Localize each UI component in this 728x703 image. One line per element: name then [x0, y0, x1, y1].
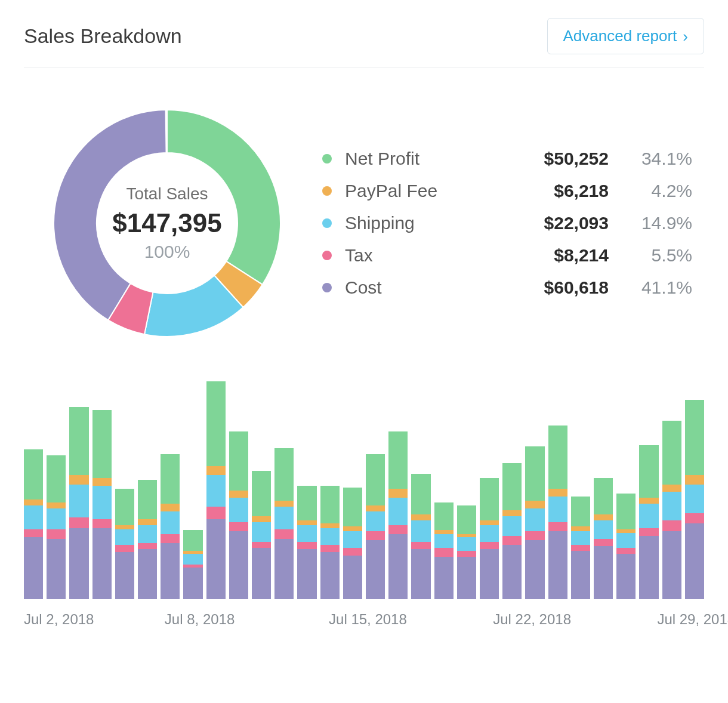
bar-segment-cost — [274, 539, 294, 599]
bar-column[interactable] — [366, 372, 385, 599]
bar-column[interactable] — [206, 372, 226, 599]
bar-segment-net-profit — [525, 446, 544, 501]
bar-segment-cost — [343, 556, 362, 599]
bar-segment-cost — [69, 528, 88, 599]
bar-column[interactable] — [685, 372, 704, 599]
bar-segment-tax — [388, 525, 408, 534]
legend-row-tax[interactable]: Tax$8,2145.5% — [322, 239, 692, 272]
bar-column[interactable] — [47, 372, 66, 599]
bar-segment-paypal-fee — [92, 478, 112, 486]
bar-segment-paypal-fee — [274, 501, 294, 507]
legend-row-shipping[interactable]: Shipping$22,09314.9% — [322, 207, 692, 239]
bar-segment-shipping — [480, 525, 499, 542]
legend-dot-icon — [322, 251, 332, 260]
bar-column[interactable] — [662, 372, 681, 599]
legend-name: Tax — [345, 245, 495, 266]
bar-column[interactable] — [92, 372, 112, 599]
bar-column[interactable] — [525, 372, 544, 599]
donut-slice-cost — [54, 110, 166, 320]
bar-segment-shipping — [320, 528, 340, 545]
legend-row-net-profit[interactable]: Net Profit$50,25234.1% — [322, 143, 692, 175]
bar-column[interactable] — [548, 372, 567, 599]
legend-name: Cost — [345, 278, 495, 298]
bar-column[interactable] — [388, 372, 408, 599]
bar-segment-shipping — [343, 531, 362, 548]
bar-segment-tax — [69, 517, 88, 528]
legend-pct: 14.9% — [609, 213, 692, 233]
bar-segment-cost — [47, 539, 66, 599]
bar-segment-net-profit — [480, 478, 499, 520]
bar-segment-paypal-fee — [411, 514, 430, 520]
legend-row-paypal-fee[interactable]: PayPal Fee$6,2184.2% — [322, 175, 692, 207]
bar-segment-tax — [229, 522, 248, 531]
summary-row: Total Sales $147,395 100% Net Profit$50,… — [24, 68, 704, 360]
bar-segment-cost — [297, 549, 316, 599]
bar-segment-tax — [206, 507, 226, 519]
bar-segment-cost — [480, 549, 499, 599]
bar-column[interactable] — [480, 372, 499, 599]
bar-segment-net-profit — [297, 486, 316, 520]
bar-segment-paypal-fee — [434, 530, 454, 535]
bar-column[interactable] — [639, 372, 658, 599]
bar-segment-net-profit — [685, 400, 704, 476]
legend-pct: 5.5% — [609, 245, 692, 266]
bar-column[interactable] — [320, 372, 340, 599]
bar-column[interactable] — [594, 372, 613, 599]
bar-segment-tax — [616, 548, 636, 554]
bar-segment-cost — [388, 534, 408, 599]
x-axis-tick: Jul 2, 2018 — [24, 611, 94, 628]
bar-segment-shipping — [616, 533, 636, 548]
bar-segment-paypal-fee — [69, 475, 88, 484]
bar-column[interactable] — [411, 372, 430, 599]
card-title: Sales Breakdown — [24, 24, 182, 48]
advanced-report-button[interactable]: Advanced report › — [547, 18, 704, 54]
x-axis-tick: Jul 15, 2018 — [329, 611, 407, 628]
bar-column[interactable] — [24, 372, 43, 599]
bar-column[interactable] — [274, 372, 294, 599]
bar-column[interactable] — [502, 372, 522, 599]
bar-column[interactable] — [161, 372, 180, 599]
bar-column[interactable] — [343, 372, 362, 599]
bar-column[interactable] — [115, 372, 134, 599]
bar-segment-net-profit — [388, 431, 408, 489]
bar-segment-net-profit — [274, 448, 294, 501]
legend-dot-icon — [322, 186, 332, 196]
bar-segment-net-profit — [161, 454, 180, 504]
bar-column[interactable] — [434, 372, 454, 599]
bar-column[interactable] — [69, 372, 88, 599]
legend-amount: $60,618 — [495, 278, 609, 298]
bar-segment-shipping — [115, 529, 134, 544]
bar-column[interactable] — [252, 372, 271, 599]
bar-segment-tax — [434, 548, 454, 557]
bar-segment-net-profit — [138, 480, 157, 519]
bar-segment-net-profit — [548, 426, 567, 489]
bar-segment-shipping — [138, 525, 157, 543]
bar-segment-net-profit — [616, 494, 636, 530]
bar-segment-tax — [47, 529, 66, 538]
legend-amount: $6,218 — [495, 181, 609, 201]
bar-segment-paypal-fee — [685, 475, 704, 484]
bar-segment-cost — [434, 557, 454, 599]
bar-column[interactable] — [297, 372, 316, 599]
bar-segment-cost — [229, 531, 248, 599]
bar-segment-cost — [115, 552, 134, 599]
donut-chart: Total Sales $147,395 100% — [48, 104, 286, 343]
bar-segment-paypal-fee — [571, 526, 590, 531]
bar-column[interactable] — [138, 372, 157, 599]
bar-column[interactable] — [183, 372, 202, 599]
bar-segment-tax — [274, 529, 294, 538]
bar-column[interactable] — [457, 372, 476, 599]
bar-column[interactable] — [229, 372, 248, 599]
x-axis: Jul 2, 2018Jul 8, 2018Jul 15, 2018Jul 22… — [24, 611, 704, 647]
bar-column[interactable] — [571, 372, 590, 599]
bar-segment-paypal-fee — [24, 500, 43, 505]
bar-segment-tax — [480, 542, 499, 550]
bar-segment-cost — [685, 523, 704, 599]
bar-segment-tax — [594, 539, 613, 547]
legend-amount: $50,252 — [495, 149, 609, 169]
advanced-report-label: Advanced report — [563, 27, 677, 45]
bar-segment-paypal-fee — [548, 489, 567, 497]
legend-row-cost[interactable]: Cost$60,61841.1% — [322, 272, 692, 304]
bar-column[interactable] — [616, 372, 636, 599]
bar-segment-shipping — [69, 485, 88, 518]
